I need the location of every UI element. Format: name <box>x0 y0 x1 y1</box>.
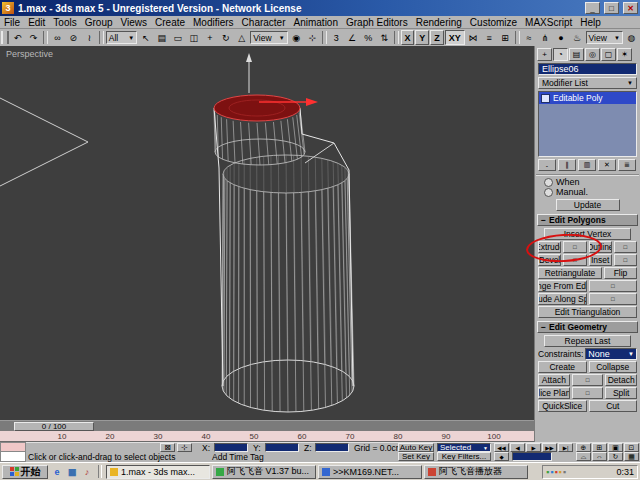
make-unique-icon[interactable]: ▥ <box>578 159 596 171</box>
time-slider[interactable]: 0 / 100 <box>0 420 534 431</box>
tray-icon-1[interactable]: ▪ <box>546 467 549 477</box>
inset-button[interactable]: Inset <box>589 254 612 266</box>
axis-x-constraint-button[interactable]: X <box>401 30 415 45</box>
tray-icon-4[interactable]: ▪ <box>559 467 562 477</box>
window-crossing-icon[interactable]: ◫ <box>186 30 201 45</box>
repeat-last-button[interactable]: Repeat Last <box>544 335 631 347</box>
absolute-offset-mode-icon[interactable]: ⊹ <box>177 443 192 452</box>
select-by-name-icon[interactable]: ▤ <box>154 30 169 45</box>
viewport-label[interactable]: Perspective <box>6 49 53 59</box>
render-scene-icon[interactable]: ♨ <box>570 30 585 45</box>
object-name-field[interactable]: Ellipse06 <box>538 63 637 75</box>
hinge-from-edge-button[interactable]: Hinge From Edge <box>538 280 587 292</box>
percent-snap-icon[interactable]: % <box>361 30 376 45</box>
select-and-rotate-icon[interactable]: ↻ <box>218 30 233 45</box>
axis-z-constraint-button[interactable]: Z <box>430 30 444 45</box>
spinner-snap-icon[interactable]: ⇅ <box>377 30 392 45</box>
current-frame-field[interactable] <box>512 452 552 461</box>
unlink-selection-icon[interactable]: ⊘ <box>66 30 81 45</box>
maxscript-mini-listener[interactable] <box>0 442 26 462</box>
axis-y-constraint-button[interactable]: Y <box>415 30 429 45</box>
menu-character[interactable]: Character <box>238 17 290 28</box>
quick-launch-show-desktop-icon[interactable]: ▦ <box>65 465 79 478</box>
key-set-selector-dropdown[interactable]: Selected ▼ <box>437 443 491 452</box>
motion-tab[interactable]: ◎ <box>585 48 600 61</box>
zoom-extents-icon[interactable]: ▣ <box>608 443 623 452</box>
angle-snap-icon[interactable]: ∠ <box>345 30 360 45</box>
cut-button[interactable]: Cut <box>589 400 638 412</box>
use-pivot-center-icon[interactable]: ◉ <box>289 30 304 45</box>
quick-launch-ie-icon[interactable]: e <box>50 465 64 478</box>
z-coordinate-field[interactable] <box>315 443 349 452</box>
menu-maxscript[interactable]: MAXScript <box>521 17 576 28</box>
maximize-button[interactable]: □ <box>604 2 619 14</box>
close-button[interactable]: ✕ <box>623 2 638 14</box>
menu-customize[interactable]: Customize <box>466 17 521 28</box>
select-and-move-icon[interactable]: + <box>202 30 217 45</box>
remove-modifier-icon[interactable]: ✕ <box>598 159 616 171</box>
edit-polygons-rollout-header[interactable]: − Edit Polygons <box>537 214 638 226</box>
menu-file[interactable]: File <box>0 17 24 28</box>
radio-icon[interactable] <box>544 188 553 197</box>
named-selection-sets-icon[interactable]: ⊞ <box>498 30 513 45</box>
hierarchy-tab[interactable]: ▤ <box>569 48 584 61</box>
menu-create[interactable]: Create <box>151 17 189 28</box>
modify-tab[interactable]: ◔ <box>553 48 568 61</box>
y-coordinate-field[interactable] <box>265 443 299 452</box>
perspective-viewport[interactable]: Perspective <box>0 46 534 420</box>
selection-filter-dropdown[interactable]: All ▼ <box>106 31 138 44</box>
update-button[interactable]: Update <box>556 199 620 211</box>
pan-icon[interactable]: ⇔ <box>592 452 607 461</box>
render-type-dropdown[interactable]: View ▼ <box>586 31 623 44</box>
toolbar-grip[interactable] <box>1 31 9 44</box>
menu-help[interactable]: Help <box>576 17 605 28</box>
outline-button[interactable]: Outline <box>589 241 612 253</box>
display-tab[interactable]: ▢ <box>601 48 616 61</box>
macro-recorder-line[interactable] <box>0 442 26 451</box>
modifier-stack[interactable]: Editable Poly <box>538 91 637 157</box>
redo-icon[interactable]: ↷ <box>26 30 41 45</box>
axis-xy-constraint-button[interactable]: XY <box>445 30 465 45</box>
menu-graph-editors[interactable]: Graph Editors <box>342 17 412 28</box>
bevel-button[interactable]: Bevel <box>538 254 561 266</box>
zoom-icon[interactable]: ⊕ <box>576 443 591 452</box>
field-of-view-icon[interactable]: ⌓ <box>576 452 591 461</box>
select-and-manipulate-icon[interactable]: ⊹ <box>305 30 320 45</box>
retriangulate-button[interactable]: Retriangulate <box>538 267 602 279</box>
radio-icon[interactable] <box>544 178 553 187</box>
extrude-button[interactable]: Extrude <box>538 241 561 253</box>
schematic-view-icon[interactable]: ⋔ <box>538 30 553 45</box>
quick-render-icon[interactable]: ◍ <box>624 30 639 45</box>
extrude-settings-button[interactable]: □ <box>563 241 586 253</box>
bind-to-space-warp-icon[interactable]: ≀ <box>82 30 97 45</box>
start-button[interactable]: 开始 <box>2 465 48 479</box>
insert-vertex-button[interactable]: Insert Vertex <box>544 228 631 240</box>
auto-key-button[interactable]: Auto Key <box>398 443 434 452</box>
constraints-dropdown[interactable]: None ▼ <box>585 348 637 360</box>
slice-plane-button[interactable]: Slice Plane <box>538 387 570 399</box>
update-when-radio-row[interactable]: When <box>544 177 631 187</box>
flip-button[interactable]: Flip <box>604 267 637 279</box>
set-key-button[interactable]: Set Key <box>398 452 434 461</box>
select-and-link-icon[interactable]: ∞ <box>50 30 65 45</box>
zoom-extents-all-icon[interactable]: ⊡ <box>624 443 639 452</box>
key-filters-button[interactable]: Key Filters... <box>437 452 491 461</box>
next-frame-icon[interactable]: ▶▶ <box>542 443 557 452</box>
previous-frame-icon[interactable]: ◀ <box>510 443 525 452</box>
track-view-icon[interactable]: ≈ <box>522 30 537 45</box>
bevel-settings-button[interactable]: □ <box>563 254 586 266</box>
create-button[interactable]: Create <box>538 361 587 373</box>
extrude-along-spline-settings-button[interactable]: □ <box>589 293 638 305</box>
menu-animation[interactable]: Animation <box>290 17 342 28</box>
taskbar-task-player[interactable]: 阿飞飞音播放器 <box>424 465 528 479</box>
detach-button[interactable]: Detach <box>605 374 637 386</box>
configure-modifier-sets-icon[interactable]: ≣ <box>618 159 636 171</box>
tray-icon-3[interactable]: ▪ <box>554 467 557 477</box>
minimize-button[interactable]: _ <box>585 2 600 14</box>
go-to-start-icon[interactable]: ◀◀ <box>494 443 509 452</box>
menu-group[interactable]: Group <box>81 17 117 28</box>
quick-launch-media-icon[interactable]: ♪ <box>80 465 94 478</box>
add-time-tag[interactable]: Add Time Tag <box>212 452 264 462</box>
mirror-icon[interactable]: ⋈ <box>466 30 481 45</box>
align-icon[interactable]: ≡ <box>482 30 497 45</box>
